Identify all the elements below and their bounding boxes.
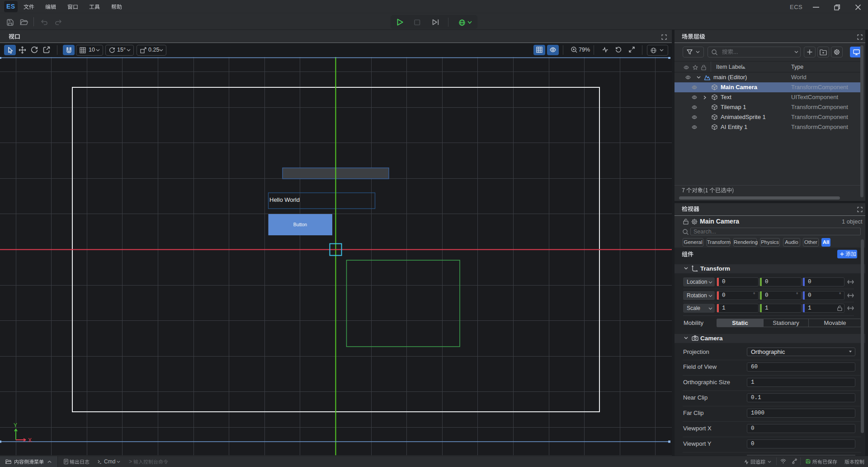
- svg-text:X: X: [28, 437, 32, 443]
- svg-text:Y: Y: [14, 422, 17, 429]
